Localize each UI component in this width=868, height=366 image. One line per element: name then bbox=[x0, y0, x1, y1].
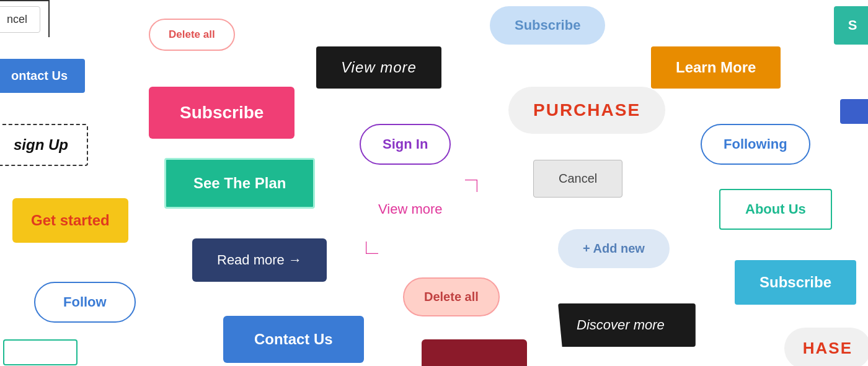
follow-button[interactable]: Follow bbox=[34, 282, 136, 323]
partial-teal-bottom[interactable] bbox=[3, 339, 78, 365]
purchase-button-partial[interactable]: HASE bbox=[784, 328, 868, 366]
button-showcase-canvas: ncel Delete all Subscribe S ontact Us Vi… bbox=[0, 0, 868, 366]
purchase-button[interactable]: PURCHASE bbox=[508, 87, 665, 134]
view-more-button-pink[interactable]: View more bbox=[378, 201, 443, 217]
delete-all-button-bottom[interactable]: Delete all bbox=[403, 277, 500, 316]
read-more-button[interactable]: Read more → bbox=[192, 238, 327, 282]
about-us-button[interactable]: About Us bbox=[719, 189, 832, 230]
contact-us-button-bottom[interactable]: Contact Us bbox=[223, 316, 364, 363]
subscribe-button-blue[interactable]: Subscribe bbox=[735, 260, 856, 305]
contact-us-button-left[interactable]: ontact Us bbox=[0, 59, 85, 93]
cancel-button-top[interactable]: ncel bbox=[0, 6, 40, 33]
get-started-button[interactable]: Get started bbox=[12, 198, 128, 243]
delete-all-button-top[interactable]: Delete all bbox=[149, 19, 235, 51]
learn-more-button[interactable]: Learn More bbox=[651, 46, 781, 89]
partial-darkred-button[interactable] bbox=[422, 339, 527, 366]
see-plan-button[interactable]: See The Plan bbox=[164, 158, 315, 209]
subscribe-button-pink[interactable]: Subscribe bbox=[149, 87, 294, 139]
cancel-button-mid[interactable]: Cancel bbox=[533, 160, 622, 198]
subscribe-button-top[interactable]: Subscribe bbox=[490, 6, 605, 45]
partial-blue-button[interactable] bbox=[840, 99, 868, 124]
partial-teal-button[interactable]: S bbox=[834, 6, 868, 45]
sign-in-button[interactable]: Sign In bbox=[360, 124, 451, 165]
sign-up-button[interactable]: sign Up bbox=[0, 124, 88, 166]
following-button[interactable]: Following bbox=[701, 124, 810, 165]
view-more-button-dark[interactable]: View more bbox=[316, 46, 441, 89]
discover-more-button[interactable]: Discover more bbox=[558, 303, 696, 347]
add-new-button[interactable]: + Add new bbox=[558, 229, 670, 268]
